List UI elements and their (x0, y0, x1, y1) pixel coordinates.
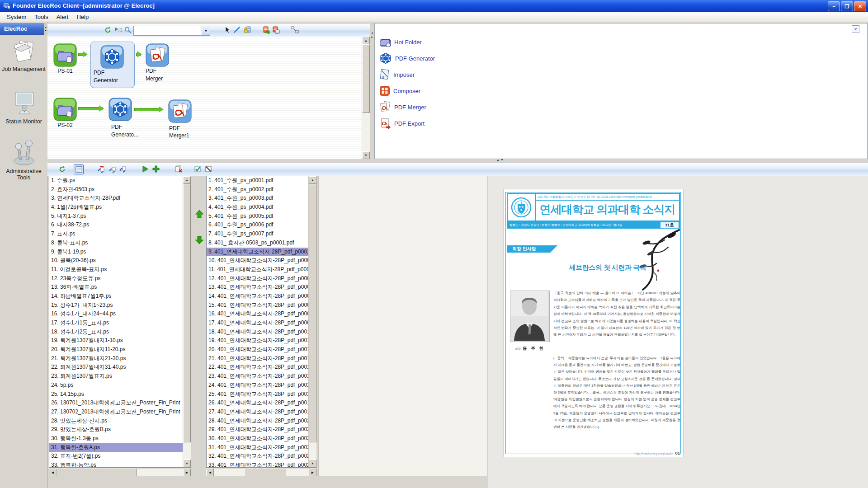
list-item[interactable]: 25. 401_연세대학교소식지-28P_pdf_p0017.pdf (207, 390, 316, 399)
list-item[interactable]: 12. 23쪽수정도큐.ps (49, 274, 190, 283)
list-item[interactable]: 9. 콜북1-19.ps (49, 248, 190, 257)
link-nodes-icon[interactable] (290, 25, 299, 34)
scroll-left-icon[interactable]: ◀ (49, 469, 57, 476)
list-item[interactable]: 23. 401_연세대학교소식지-28P_pdf_p0015.pdf (207, 372, 316, 381)
menu-item[interactable]: System (3, 13, 30, 21)
list-item[interactable]: 28. 401_연세대학교소식지-28P_pdf_p0020.pdf (207, 417, 316, 426)
list-item[interactable]: 2. 효자관-0503.ps (49, 185, 190, 194)
list-item[interactable]: 10. 콜북(20-36).ps (49, 256, 190, 265)
close-button[interactable]: ✕ (854, 1, 866, 11)
list-item[interactable]: 33. 행복한-농약.ps (49, 461, 190, 468)
lock-film-icon[interactable] (243, 25, 252, 34)
redo-page-red-icon[interactable] (96, 164, 105, 174)
sidebar-collapse-arrows[interactable]: ◂▸ (44, 23, 47, 35)
scrollbar-thumb[interactable] (309, 184, 316, 442)
list-item[interactable]: 15. 401_연세대학교소식지-28P_pdf_p0007.pdf (207, 301, 316, 310)
remove-pages-icon[interactable] (174, 164, 183, 174)
canvas-vertical-scrollbar[interactable]: ▲ ▼ (362, 37, 370, 159)
list-item[interactable]: 14. 401_연세대학교소식지-28P_pdf_p0006.pdf (207, 292, 316, 301)
list-item[interactable]: 7. 401_수원_ps_p0007.pdf (207, 230, 316, 239)
node-ps02-hot-folder[interactable] (53, 98, 77, 123)
list-item[interactable]: 29. 401_연세대학교소식지-28P_pdf_p0021.pdf (207, 425, 316, 434)
menu-item[interactable]: Alert (52, 13, 73, 21)
workflow-combobox-value[interactable] (134, 26, 202, 35)
list-item[interactable]: 8. 콜북-표지.ps (49, 239, 190, 248)
list-item[interactable]: 28. 맛있는세상-신시.ps (49, 417, 190, 426)
list-item[interactable]: 11. 401_연세대학교소식지-28P_pdf_p0003.pdf (207, 265, 316, 274)
list-item[interactable]: 18. 성수1가2동_표지.ps (49, 328, 190, 337)
palette-item-hot-folder[interactable]: Hot Folder (379, 35, 422, 49)
close-icon[interactable]: ✕ (852, 25, 859, 33)
node-pdf-generator[interactable] (100, 45, 124, 70)
splitter-handle-icon[interactable]: ▲▼ (496, 158, 505, 161)
list-item[interactable]: 12. 401_연세대학교소식지-28P_pdf_p0004.pdf (207, 274, 316, 283)
list-item[interactable]: 14. 하남배열표7월1주.ps (49, 292, 190, 301)
accept-page-icon[interactable] (193, 164, 202, 174)
list-item[interactable]: 16. 성수1가_내지24~44.ps (49, 310, 190, 319)
line-tool-icon[interactable] (232, 25, 241, 34)
list-item[interactable]: 32. 표지-번2(7월).ps (49, 452, 190, 461)
list-item[interactable]: 4. 1월(72p)배열표.ps (49, 203, 190, 212)
list-item[interactable]: 3. 401_수원_ps_p0003.pdf (207, 194, 316, 203)
scrollbar-thumb[interactable] (183, 184, 191, 442)
run-workflow-icon[interactable] (113, 25, 123, 34)
list-item[interactable]: 27. 401_연세대학교소식지-28P_pdf_p0019.pdf (207, 408, 316, 417)
source-list-vertical-scrollbar[interactable]: ▲ ▼ (183, 176, 191, 467)
pdf-list-vertical-scrollbar[interactable]: ▲ ▼ (308, 176, 316, 467)
palette-item-composer[interactable]: Composer (379, 84, 420, 98)
scroll-right-icon[interactable]: ▶ (183, 469, 191, 476)
palette-item-pdf-export[interactable]: PDF Export (379, 117, 425, 130)
list-item[interactable]: 26. 130701_2013대학생광고공모전_Poster_Fin_Print (49, 399, 190, 408)
list-item[interactable]: 29. 맛있는세상-호원B.ps (49, 425, 190, 434)
palette-collapse-arrows[interactable]: ◂▸ (370, 31, 374, 39)
palette-item-pdf-generator[interactable]: PDF Generator (379, 52, 435, 65)
add-icon[interactable] (151, 164, 160, 174)
list-item[interactable]: 1. 401_수원_ps_p0001.pdf (207, 176, 316, 185)
list-item[interactable]: 33. 401_연세대학교소식지-28P_pdf_p0025.pdf (207, 461, 316, 468)
scroll-right-icon[interactable]: ▶ (309, 469, 316, 476)
workflow-combobox[interactable]: ▼ (133, 26, 210, 36)
palette-item-imposer[interactable]: 3 Imposer (379, 68, 415, 81)
redo-page-icon[interactable] (108, 164, 117, 174)
chevron-down-icon[interactable]: ▼ (202, 26, 210, 35)
save-doc-icon[interactable] (271, 25, 280, 34)
move-up-button[interactable] (195, 210, 204, 220)
list-item[interactable]: 27. 130702_2013대학생광고공모전_Poster_Fin_Print (49, 408, 190, 417)
list-item[interactable]: 11. 이걸로콜북-표지.ps (49, 265, 190, 274)
submit-doc-icon[interactable] (262, 25, 271, 34)
list-item[interactable]: 10. 401_연세대학교소식지-28P_pdf_p0002.pdf (207, 256, 316, 265)
list-item[interactable]: 20. 퇴계원1307월내지11-20.ps (49, 345, 190, 354)
list-item[interactable]: 8. 401_ 효자관-0503_ps_p0001.pdf (207, 239, 316, 248)
horizontal-splitter[interactable]: ▲▼ (47, 159, 868, 163)
start-icon[interactable] (141, 164, 150, 174)
scrollbar-thumb[interactable] (362, 44, 370, 113)
scroll-up-icon[interactable]: ▲ (183, 176, 191, 184)
list-item[interactable]: 7. 표지.ps (49, 230, 190, 239)
node-ps01-hot-folder[interactable] (53, 43, 77, 69)
refresh-icon[interactable] (57, 164, 66, 174)
list-item[interactable]: 4. 401_수원_ps_p0004.pdf (207, 203, 316, 212)
list-item[interactable]: 16. 401_연세대학교소식지-28P_pdf_p0008.pdf (207, 310, 316, 319)
list-item[interactable]: 31. 행복한-호원A.ps (49, 443, 190, 452)
list-item[interactable]: 3. 연세대학교소식지-28P.pdf (49, 194, 190, 203)
scroll-down-icon[interactable]: ▼ (309, 460, 316, 467)
list-item[interactable]: 21. 401_연세대학교소식지-28P_pdf_p0013.pdf (207, 354, 316, 363)
list-item[interactable]: 2. 401_수원_ps_p0002.pdf (207, 185, 316, 194)
list-item[interactable]: 24. 401_연세대학교소식지-28P_pdf_p0016.pdf (207, 381, 316, 390)
scroll-down-icon[interactable]: ▼ (362, 151, 370, 159)
list-item[interactable]: 13. 401_연세대학교소식지-28P_pdf_p0005.pdf (207, 283, 316, 292)
reject-page-icon[interactable] (204, 164, 213, 174)
maximize-button[interactable]: ❐ (841, 1, 853, 11)
list-item[interactable]: 31. 401_연세대학교소식지-28P_pdf_p0023.pdf (207, 443, 316, 452)
list-item[interactable]: 1. 수원.ps (49, 176, 190, 185)
menu-item[interactable]: Tools (30, 13, 52, 21)
cursor-icon[interactable] (223, 25, 232, 34)
list-item[interactable]: 19. 퇴계원1307월내지1-10.ps (49, 336, 190, 345)
menu-item[interactable]: Help (72, 13, 93, 21)
scrollbar-thumb[interactable] (57, 469, 137, 476)
scroll-down-icon[interactable]: ▼ (183, 460, 191, 467)
list-item[interactable]: 5. 내지1-37.ps (49, 212, 190, 221)
list-item[interactable]: 5. 401_수원_ps_p0005.pdf (207, 212, 316, 221)
list-item[interactable]: 25. 14,15p.ps (49, 390, 190, 399)
refresh-icon[interactable] (103, 25, 112, 34)
